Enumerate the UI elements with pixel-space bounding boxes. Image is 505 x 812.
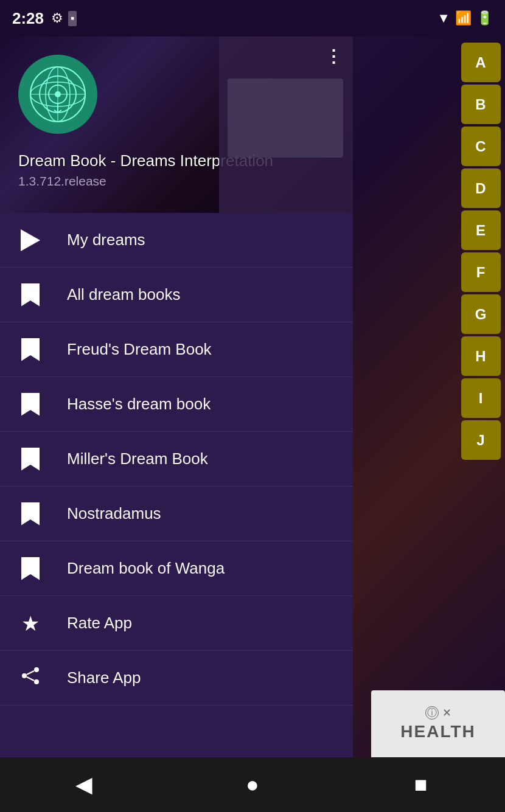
main-content: A B C D E F G H I J — [0, 36, 505, 757]
nav-back-button[interactable]: ◀ — [60, 766, 108, 803]
header-right-panel: ⋮ — [219, 36, 353, 213]
menu-item-my-dreams[interactable]: My dreams — [0, 213, 353, 268]
bookmark-icon-freud — [18, 338, 43, 362]
svg-point-13 — [34, 679, 39, 684]
ad-info-icon[interactable]: ⓘ — [425, 706, 439, 720]
alpha-btn-e[interactable]: E — [461, 210, 501, 250]
bookmark-icon-nostradamus — [18, 502, 43, 526]
nav-home-button[interactable]: ● — [228, 766, 277, 803]
settings-icon: ⚙ — [51, 10, 63, 26]
battery-icon: 🔋 — [476, 10, 493, 26]
menu-label-freuds-dream-book: Freud's Dream Book — [67, 340, 212, 359]
menu-label-all-dream-books: All dream books — [67, 285, 180, 304]
menu-item-share-app[interactable]: Share App — [0, 651, 353, 706]
alpha-btn-b[interactable]: B — [461, 85, 501, 124]
menu-label-hasses-dream-book: Hasse's dream book — [67, 395, 211, 414]
alpha-btn-h[interactable]: H — [461, 336, 501, 376]
status-left: 2:28 ⚙ ▪ — [12, 9, 77, 28]
menu-label-dream-book-wanga: Dream book of Wanga — [67, 559, 225, 578]
menu-item-hasses-dream-book[interactable]: Hasse's dream book — [0, 377, 353, 432]
menu-label-rate-app: Rate App — [67, 614, 132, 633]
arrow-icon — [18, 228, 43, 252]
nav-bar: ◀ ● ■ — [0, 757, 505, 812]
star-icon: ★ — [18, 611, 43, 636]
alphabet-index: A B C D E F G H I J — [456, 36, 505, 757]
menu-item-millers-dream-book[interactable]: Miller's Dream Book — [0, 432, 353, 487]
menu-item-nostradamus[interactable]: Nostradamus — [0, 487, 353, 541]
menu-label-nostradamus: Nostradamus — [67, 504, 161, 523]
share-icon — [18, 666, 43, 690]
ad-header: ⓘ ✕ — [425, 706, 451, 720]
ad-banner: ⓘ ✕ HEALTH — [371, 690, 505, 757]
ad-text: HEALTH — [400, 722, 475, 741]
bookmark-icon-wanga — [18, 557, 43, 581]
app-header: Dream Book - Dreams Interpretation 1.3.7… — [0, 36, 353, 213]
alpha-btn-f[interactable]: F — [461, 252, 501, 292]
alpha-btn-c[interactable]: C — [461, 127, 501, 166]
status-time: 2:28 — [12, 9, 44, 28]
bookmark-icon-hasse — [18, 392, 43, 417]
menu-label-share-app: Share App — [67, 668, 141, 687]
alpha-btn-d[interactable]: D — [461, 168, 501, 208]
signal-icon: 📶 — [455, 10, 472, 26]
more-options-icon[interactable]: ⋮ — [325, 46, 343, 66]
svg-point-7 — [55, 91, 61, 97]
menu-item-dream-book-wanga[interactable]: Dream book of Wanga — [0, 541, 353, 596]
menu-item-freuds-dream-book[interactable]: Freud's Dream Book — [0, 322, 353, 377]
svg-line-14 — [27, 671, 34, 675]
menu-label-millers-dream-book: Miller's Dream Book — [67, 449, 208, 468]
menu-label-my-dreams: My dreams — [67, 231, 145, 249]
menu-items: My dreams All dream books Freud's Dream … — [0, 213, 353, 757]
alpha-btn-j[interactable]: J — [461, 420, 501, 460]
wifi-icon: ▼ — [437, 10, 450, 26]
header-preview-image — [228, 78, 343, 158]
status-bar: 2:28 ⚙ ▪ ▼ 📶 🔋 — [0, 0, 505, 36]
menu-item-all-dream-books[interactable]: All dream books — [0, 268, 353, 322]
app-logo — [18, 55, 97, 134]
alpha-btn-a[interactable]: A — [461, 43, 501, 82]
svg-point-11 — [34, 667, 39, 672]
bookmark-icon-miller — [18, 447, 43, 471]
nav-recents-button[interactable]: ■ — [397, 766, 445, 803]
status-icons: ⚙ ▪ — [51, 10, 77, 26]
bookmark-icon-all — [18, 283, 43, 307]
sd-card-icon: ▪ — [68, 11, 77, 26]
phone-frame: 2:28 ⚙ ▪ ▼ 📶 🔋 A B C D E F G H I J — [0, 0, 505, 812]
svg-point-12 — [22, 673, 27, 678]
ad-close-button[interactable]: ✕ — [442, 706, 451, 720]
status-right: ▼ 📶 🔋 — [437, 10, 493, 26]
menu-item-rate-app[interactable]: ★ Rate App — [0, 596, 353, 651]
navigation-drawer: Dream Book - Dreams Interpretation 1.3.7… — [0, 36, 353, 757]
svg-line-15 — [27, 677, 34, 681]
alpha-btn-g[interactable]: G — [461, 294, 501, 334]
alpha-btn-i[interactable]: I — [461, 378, 501, 418]
